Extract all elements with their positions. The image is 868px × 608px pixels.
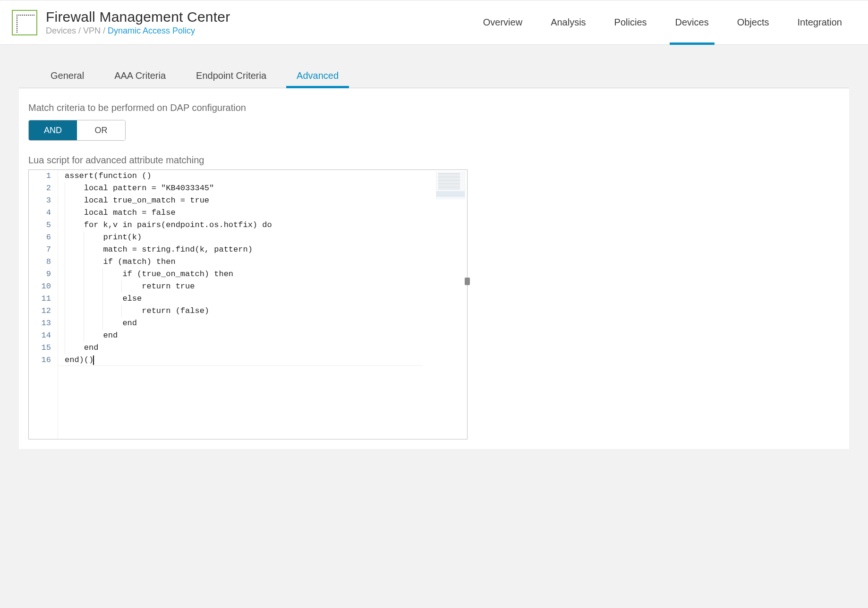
lua-code-editor[interactable]: 12345678910111213141516 assert(function … xyxy=(28,169,468,439)
tab-endpoint-criteria[interactable]: Endpoint Criteria xyxy=(186,64,277,88)
line-number: 13 xyxy=(29,317,58,329)
line-number: 11 xyxy=(29,293,58,305)
nav-analysis[interactable]: Analysis xyxy=(536,0,600,44)
code-line[interactable]: for k,v in pairs(endpoint.os.hotfix) do xyxy=(65,219,434,231)
tab-general[interactable]: General xyxy=(40,64,94,88)
code-line[interactable]: end)() xyxy=(65,354,434,366)
app-header: Firewall Management Center Devices / VPN… xyxy=(0,0,868,45)
breadcrumb-prefix: Devices / VPN / xyxy=(46,26,108,35)
line-number: 5 xyxy=(29,219,58,231)
logo-wrap: Firewall Management Center Devices / VPN… xyxy=(12,9,230,36)
line-number: 14 xyxy=(29,329,58,342)
line-number: 6 xyxy=(29,231,58,244)
code-line[interactable]: end xyxy=(65,317,434,329)
editor-gutter: 12345678910111213141516 xyxy=(29,170,58,439)
line-number: 12 xyxy=(29,305,58,317)
tab-advanced[interactable]: Advanced xyxy=(286,64,349,88)
nav-policies[interactable]: Policies xyxy=(600,0,661,44)
editor-code-area[interactable]: assert(function () local pattern = "KB40… xyxy=(58,170,434,439)
line-number: 7 xyxy=(29,244,58,256)
line-number: 9 xyxy=(29,268,58,280)
code-line[interactable]: return (false) xyxy=(65,305,434,317)
nav-overview[interactable]: Overview xyxy=(469,0,536,44)
line-number: 4 xyxy=(29,207,58,219)
editor-scrollbar-thumb[interactable] xyxy=(465,278,470,285)
code-line[interactable]: assert(function () xyxy=(65,170,434,182)
breadcrumb-current[interactable]: Dynamic Access Policy xyxy=(108,26,195,35)
line-number: 1 xyxy=(29,170,58,182)
line-number: 16 xyxy=(29,354,58,366)
tab-aaa-criteria[interactable]: AAA Criteria xyxy=(104,64,176,88)
nav-objects[interactable]: Objects xyxy=(723,0,783,44)
toggle-and-button[interactable]: AND xyxy=(29,120,77,140)
sub-tabs: General AAA Criteria Endpoint Criteria A… xyxy=(19,64,849,88)
breadcrumb: Devices / VPN / Dynamic Access Policy xyxy=(46,26,230,36)
toggle-or-button[interactable]: OR xyxy=(77,120,125,140)
code-line[interactable]: match = string.find(k, pattern) xyxy=(65,244,434,256)
code-line[interactable]: print(k) xyxy=(65,231,434,244)
lua-script-label: Lua script for advanced attribute matchi… xyxy=(28,155,840,166)
match-criteria-label: Match criteria to be performed on DAP co… xyxy=(28,102,840,113)
app-title: Firewall Management Center xyxy=(46,9,230,25)
line-number: 8 xyxy=(29,256,58,268)
code-line[interactable]: if (match) then xyxy=(65,256,434,268)
code-line[interactable]: else xyxy=(65,293,434,305)
advanced-panel: Match criteria to be performed on DAP co… xyxy=(19,88,849,449)
code-line[interactable]: end xyxy=(65,342,434,354)
code-line[interactable]: local pattern = "KB4033345" xyxy=(65,182,434,194)
line-number: 10 xyxy=(29,280,58,293)
code-line[interactable]: end xyxy=(65,329,434,342)
top-nav: Overview Analysis Policies Devices Objec… xyxy=(469,0,856,44)
editor-minimap[interactable] xyxy=(436,172,465,199)
line-number: 2 xyxy=(29,182,58,194)
nav-devices[interactable]: Devices xyxy=(661,0,723,44)
nav-integration[interactable]: Integration xyxy=(783,0,856,44)
code-line[interactable]: local match = false xyxy=(65,207,434,219)
code-line[interactable]: if (true_on_match) then xyxy=(65,268,434,280)
match-toggle: AND OR xyxy=(28,120,126,141)
title-block: Firewall Management Center Devices / VPN… xyxy=(46,9,230,36)
app-logo-icon xyxy=(12,10,37,35)
code-line[interactable]: local true_on_match = true xyxy=(65,194,434,207)
code-line[interactable]: return true xyxy=(65,280,434,293)
text-cursor xyxy=(93,355,94,365)
line-number: 3 xyxy=(29,194,58,207)
line-number: 15 xyxy=(29,342,58,354)
